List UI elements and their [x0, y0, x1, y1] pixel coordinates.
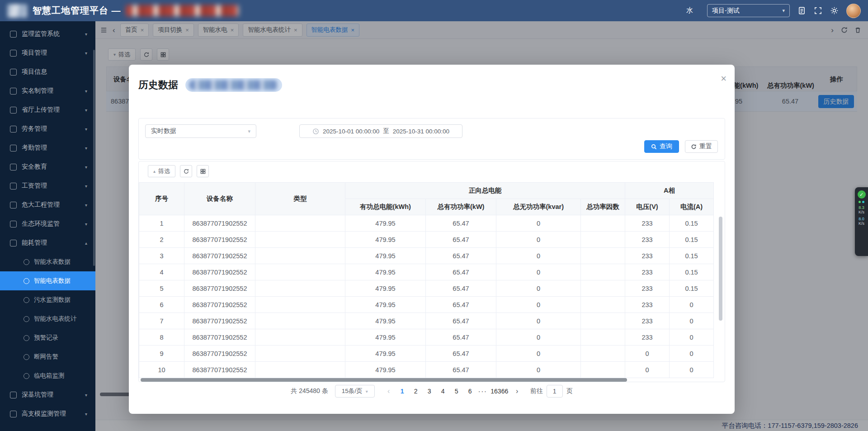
- sidebar-item[interactable]: 实名制管理▾: [0, 81, 95, 100]
- sidebar-subitem[interactable]: 污水监测数据: [0, 290, 95, 309]
- sidebar-subitem-label: 智能电表数据: [34, 277, 71, 285]
- page-number-button[interactable]: 5: [450, 385, 463, 398]
- wage-icon: [10, 183, 17, 189]
- project-icon: [10, 50, 17, 57]
- page-number-button[interactable]: 3: [423, 385, 436, 398]
- table-cell-voltage: 0: [625, 346, 670, 362]
- table-cell-kvar: 0: [496, 232, 581, 248]
- close-icon[interactable]: ×: [721, 74, 726, 84]
- check-icon: ✓: [858, 190, 866, 199]
- table-cell-type: [255, 264, 345, 280]
- table-cell-type: [255, 297, 345, 313]
- sidebar-item[interactable]: 高支模监测管理▾: [0, 404, 95, 423]
- reset-button[interactable]: 重置: [685, 140, 718, 153]
- page-number-button[interactable]: 6: [463, 385, 477, 398]
- sidebar-item[interactable]: 生态环境监管▾: [0, 214, 95, 233]
- page-size-select[interactable]: 15条/页 ▾: [335, 385, 375, 398]
- sidebar-item[interactable]: 深基坑管理▾: [0, 385, 95, 404]
- table-row: 5863877071902552479.9565.4702330.15: [139, 280, 714, 297]
- table-cell-device: 863877071902552: [184, 313, 255, 329]
- sidebar-item[interactable]: 省厅上传管理▾: [0, 100, 95, 119]
- table-row: 3863877071902552479.9565.4702330.15: [139, 248, 714, 264]
- sidebar-item[interactable]: 考勤管理▾: [0, 138, 95, 157]
- header-actions: 水 项目-测试 ▾: [686, 4, 868, 18]
- filter-toggle-button[interactable]: ▴ 筛选: [148, 165, 175, 177]
- table-cell-factor: [581, 280, 625, 297]
- document-icon[interactable]: [797, 6, 806, 15]
- teal-dot-icon: [862, 201, 864, 203]
- table-cell-seq: 10: [139, 362, 184, 378]
- project-select[interactable]: 项目-测试 ▾: [707, 4, 790, 17]
- sidebar-item[interactable]: 能耗管理▴: [0, 233, 95, 252]
- sidebar-subitem[interactable]: 预警记录: [0, 328, 95, 347]
- table-vertical-scrollbar[interactable]: [719, 217, 722, 321]
- date-end: 2025-10-31 00:00:00: [393, 128, 449, 135]
- prev-page-button[interactable]: ‹: [382, 385, 396, 398]
- eco-icon: [10, 221, 17, 227]
- next-page-button[interactable]: ›: [510, 385, 524, 398]
- table-cell-voltage: 233: [625, 313, 670, 329]
- table-horizontal-scrollbar[interactable]: [141, 378, 627, 382]
- sidebar-item[interactable]: 项目信息: [0, 62, 95, 81]
- green-dot-icon: [859, 201, 861, 203]
- sidebar-subitem[interactable]: 智能水表数据: [0, 252, 95, 271]
- table-cell-seq: 1: [139, 215, 184, 232]
- table-cell-factor: [581, 297, 625, 313]
- app-root: 智慧工地管理平台 — 水 项目-测试 ▾ 监理监管系统▾项目管理▾项目信息实名制…: [0, 0, 868, 431]
- search-icon: [651, 144, 657, 150]
- page-number-list: 123456: [396, 385, 477, 398]
- user-avatar[interactable]: [846, 4, 861, 18]
- chevron-down-icon: ▾: [82, 222, 87, 227]
- submenu-dot-icon: [24, 373, 29, 379]
- table-row: 10863877071902552479.9565.47000: [139, 362, 714, 378]
- sidebar-item[interactable]: 监理监管系统▾: [0, 24, 95, 43]
- table-cell-seq: 6: [139, 297, 184, 313]
- sidebar-item[interactable]: 劳务管理▾: [0, 119, 95, 138]
- col-group-phase-a: A相: [625, 183, 714, 199]
- table-cell-kw: 65.47: [426, 280, 496, 297]
- table-cell-seq: 9: [139, 346, 184, 362]
- sidebar-item[interactable]: 危大工程管理▾: [0, 195, 95, 214]
- table-cell-kwh: 479.95: [345, 329, 426, 346]
- date-range-picker[interactable]: 2025-10-01 00:00:00 至 2025-10-31 00:00:0…: [299, 124, 462, 138]
- sidebar-item[interactable]: 工资管理▾: [0, 176, 95, 195]
- page-number-button[interactable]: 2: [409, 385, 423, 398]
- search-button[interactable]: 查询: [644, 140, 679, 153]
- sidebar-scrollbar[interactable]: [93, 50, 95, 266]
- sidebar-subitem[interactable]: 智能电表数据: [0, 271, 95, 290]
- chevron-down-icon: ▾: [782, 8, 785, 14]
- col-kvar: 总无功功率(kvar): [496, 199, 581, 215]
- table-row: 8863877071902552479.9565.4702330: [139, 329, 714, 346]
- table-columns-button[interactable]: [197, 165, 209, 177]
- net-speed-widget[interactable]: ✓ 8.3K/s 8.0K/s: [855, 187, 868, 256]
- sidebar-item-label: 项目管理: [22, 49, 47, 57]
- table-cell-current: 0: [670, 362, 714, 378]
- sidebar-item[interactable]: 安全教育▾: [0, 157, 95, 176]
- safety-education-icon: [10, 164, 17, 171]
- grid-icon: [200, 168, 206, 175]
- table-cell-kwh: 479.95: [345, 297, 426, 313]
- modal-title: 历史数据: [138, 78, 178, 92]
- date-separator: 至: [383, 127, 389, 135]
- fullscreen-icon[interactable]: [814, 6, 822, 15]
- submenu-dot-icon: [24, 278, 29, 284]
- sidebar-subitem-label: 断网告警: [34, 353, 58, 361]
- pagination-ellipsis[interactable]: ···: [477, 385, 489, 398]
- table-cell-current: 0.15: [670, 215, 714, 232]
- chevron-down-icon: ▾: [82, 184, 87, 189]
- table-cell-voltage: 233: [625, 264, 670, 280]
- table-cell-kwh: 479.95: [345, 280, 426, 297]
- goto-page-input[interactable]: [547, 385, 563, 398]
- page-number-button[interactable]: 1: [396, 385, 409, 398]
- page-number-button[interactable]: 4: [436, 385, 450, 398]
- col-device: 设备名称: [184, 183, 255, 215]
- sidebar-subitem[interactable]: 临电箱监测: [0, 366, 95, 385]
- sidebar-subitem[interactable]: 断网告警: [0, 347, 95, 366]
- sidebar-item[interactable]: 项目管理▾: [0, 43, 95, 62]
- gear-icon[interactable]: [830, 6, 839, 15]
- chevron-down-icon: ▾: [82, 51, 87, 56]
- last-page-button[interactable]: 16366: [489, 385, 510, 398]
- table-refresh-button[interactable]: [180, 165, 192, 177]
- data-type-select[interactable]: 实时数据 ▾: [145, 124, 256, 138]
- sidebar-subitem[interactable]: 智能水电表统计: [0, 309, 95, 328]
